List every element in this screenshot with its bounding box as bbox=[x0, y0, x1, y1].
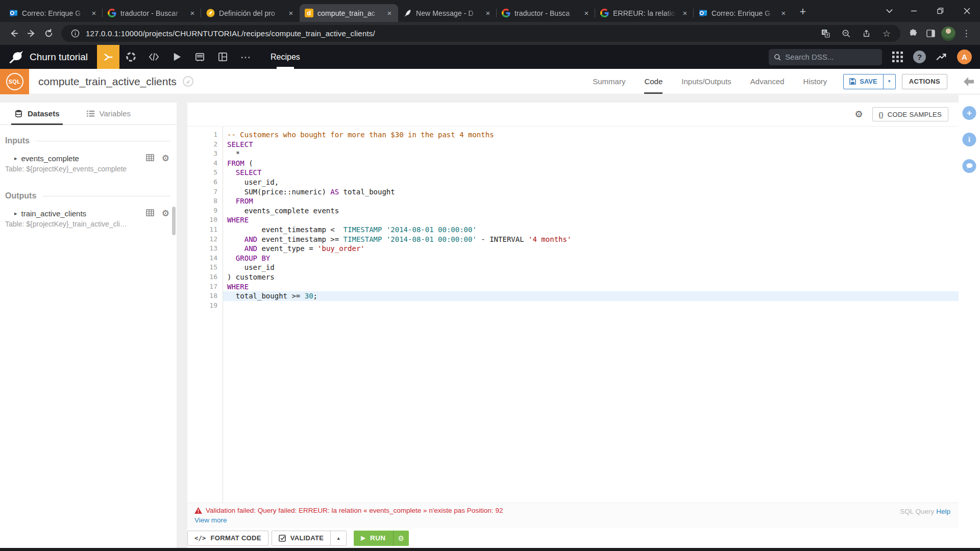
sidebar-tab-variables[interactable]: Variables bbox=[84, 103, 133, 124]
address-bar[interactable]: 127.0.0.1:10000/projects/CHURNTUTORIAL/r… bbox=[61, 25, 900, 42]
browser-tab[interactable]: New Message - D× bbox=[398, 4, 497, 22]
table-grid-icon[interactable] bbox=[146, 209, 154, 218]
dss-search-input[interactable] bbox=[785, 53, 877, 61]
code-line[interactable]: FROM bbox=[223, 196, 959, 206]
chat-fab-button[interactable] bbox=[963, 159, 976, 173]
tab-close-icon[interactable]: × bbox=[188, 9, 197, 18]
tab-inputs-outputs[interactable]: Inputs/Outputs bbox=[681, 69, 731, 94]
maximize-restore-button[interactable] bbox=[927, 0, 953, 22]
code-line[interactable]: event_timestamp < TIMESTAMP '2014-08-01 … bbox=[223, 225, 959, 235]
tab-close-icon[interactable]: × bbox=[680, 9, 690, 18]
code-line[interactable]: SELECT bbox=[223, 168, 959, 178]
info-fab-button[interactable]: i bbox=[963, 133, 976, 146]
tab-search-chevron-icon[interactable] bbox=[878, 0, 900, 22]
format-code-button[interactable]: </> FORMAT CODE bbox=[187, 531, 268, 546]
url-text[interactable]: 127.0.0.1:10000/projects/CHURNTUTORIAL/r… bbox=[86, 29, 375, 38]
nav-jobs-icon[interactable] bbox=[165, 45, 188, 69]
code-line[interactable]: user_id, bbox=[223, 178, 959, 187]
close-window-button[interactable] bbox=[953, 0, 980, 22]
code-line[interactable]: GROUP BY bbox=[223, 254, 959, 263]
side-panel-icon[interactable] bbox=[922, 25, 939, 42]
extensions-puzzle-icon[interactable] bbox=[904, 25, 922, 42]
nav-code-icon[interactable] bbox=[142, 45, 165, 69]
browser-tab[interactable]: Correo: Enrique G× bbox=[4, 4, 103, 22]
code-line[interactable]: WHERE bbox=[223, 282, 959, 292]
sql-code-editor[interactable]: 12345678910111213141516171819 -- Custome… bbox=[187, 127, 959, 503]
browser-tab[interactable]: ERREUR: la relatio× bbox=[595, 4, 694, 22]
dataset-settings-gear-icon[interactable]: ⚙ bbox=[162, 154, 169, 163]
expand-caret-icon[interactable]: ▸ bbox=[14, 210, 17, 217]
forward-icon[interactable] bbox=[22, 25, 40, 42]
code-line[interactable]: * bbox=[223, 149, 959, 159]
tab-close-icon[interactable]: × bbox=[89, 9, 99, 18]
tab-close-icon[interactable]: × bbox=[779, 9, 788, 18]
code-line[interactable]: AND event_type = 'buy_order' bbox=[223, 244, 959, 254]
actions-button[interactable]: ACTIONS bbox=[902, 74, 947, 89]
new-tab-button[interactable]: + bbox=[795, 4, 811, 19]
code-line[interactable]: total_bought >= 30; bbox=[223, 291, 959, 301]
code-line[interactable]: WHERE bbox=[223, 215, 959, 225]
tab-close-icon[interactable]: × bbox=[286, 9, 296, 18]
back-icon[interactable] bbox=[5, 25, 22, 42]
validate-button[interactable]: VALIDATE bbox=[272, 531, 331, 546]
code-line[interactable] bbox=[223, 301, 959, 311]
view-more-link[interactable]: View more bbox=[194, 516, 227, 524]
dss-search-box[interactable] bbox=[769, 49, 882, 65]
share-icon[interactable] bbox=[860, 27, 873, 40]
table-grid-icon[interactable] bbox=[146, 154, 154, 163]
expand-caret-icon[interactable]: ▸ bbox=[14, 155, 17, 162]
run-settings-gear-icon[interactable]: ⚙ bbox=[393, 531, 409, 546]
dataset-item[interactable]: ▸train_active_clients⚙ bbox=[0, 209, 177, 218]
browser-tab[interactable]: Definición del pro× bbox=[201, 4, 300, 22]
project-name[interactable]: Churn tutorial bbox=[30, 52, 88, 63]
browser-tab[interactable]: traductor - Buscar× bbox=[103, 4, 201, 22]
tab-close-icon[interactable]: × bbox=[483, 9, 493, 18]
activity-trend-icon[interactable] bbox=[936, 45, 947, 69]
browser-profile-avatar[interactable] bbox=[941, 27, 955, 41]
minimize-button[interactable] bbox=[900, 0, 927, 22]
help-link[interactable]: Help bbox=[936, 508, 950, 515]
dataset-settings-gear-icon[interactable]: ⚙ bbox=[162, 209, 169, 218]
translate-icon[interactable]: G bbox=[819, 27, 832, 40]
zoom-out-icon[interactable] bbox=[839, 27, 852, 40]
code-line[interactable]: SUM(price::numeric) AS total_bought bbox=[223, 187, 959, 197]
code-line[interactable]: user_id bbox=[223, 263, 959, 272]
tab-close-icon[interactable]: × bbox=[385, 9, 394, 18]
code-line[interactable]: SELECT bbox=[223, 140, 959, 149]
code-line[interactable]: FROM ( bbox=[223, 159, 959, 168]
browser-tab[interactable]: dcompute_train_ac× bbox=[300, 4, 398, 22]
browser-tab[interactable]: traductor - Busca× bbox=[497, 4, 595, 22]
tab-code[interactable]: Code bbox=[644, 69, 663, 94]
collapse-right-panel-arrow-icon[interactable] bbox=[963, 77, 975, 87]
help-icon[interactable]: ? bbox=[913, 51, 926, 63]
apps-grid-icon[interactable] bbox=[892, 45, 903, 69]
browser-menu-kebab-icon[interactable]: ⋮ bbox=[958, 25, 975, 42]
browser-tab[interactable]: Correo: Enrique G× bbox=[694, 4, 792, 22]
tab-advanced[interactable]: Advanced bbox=[750, 69, 785, 94]
nav-dashboards-icon[interactable] bbox=[211, 45, 234, 69]
add-fab-button[interactable]: + bbox=[963, 106, 976, 120]
reload-icon[interactable] bbox=[40, 25, 57, 42]
tab-history[interactable]: History bbox=[803, 69, 827, 94]
code-samples-button[interactable]: {} CODE SAMPLES bbox=[872, 107, 948, 121]
save-main[interactable]: SAVE bbox=[844, 74, 883, 89]
run-button[interactable]: ▶ RUN bbox=[354, 531, 393, 546]
code-lines[interactable]: -- Customers who bought for more than $3… bbox=[223, 127, 959, 503]
code-line[interactable]: events_complete events bbox=[223, 206, 959, 216]
bookmark-star-icon[interactable]: ☆ bbox=[880, 27, 893, 40]
nav-datasets-icon[interactable] bbox=[119, 45, 142, 69]
nav-more-icon[interactable]: ⋯ bbox=[234, 45, 257, 69]
code-line[interactable]: AND event_timestamp >= TIMESTAMP '2014-0… bbox=[223, 235, 959, 244]
save-dropdown-caret-icon[interactable]: ▼ bbox=[883, 74, 895, 89]
nav-notebooks-icon[interactable] bbox=[188, 45, 211, 69]
save-button[interactable]: SAVE ▼ bbox=[843, 74, 895, 89]
nav-flow-icon[interactable] bbox=[97, 45, 119, 69]
dataset-item[interactable]: ▸events_complete⚙ bbox=[0, 154, 177, 163]
editor-settings-gear-icon[interactable]: ⚙ bbox=[854, 110, 863, 119]
tab-summary[interactable]: Summary bbox=[593, 69, 625, 94]
tab-close-icon[interactable]: × bbox=[582, 9, 591, 18]
code-line[interactable]: ) customers bbox=[223, 272, 959, 282]
dataiku-logo-icon[interactable] bbox=[7, 49, 24, 65]
site-info-icon[interactable] bbox=[68, 27, 82, 40]
navigate-compass-icon[interactable] bbox=[183, 76, 193, 87]
